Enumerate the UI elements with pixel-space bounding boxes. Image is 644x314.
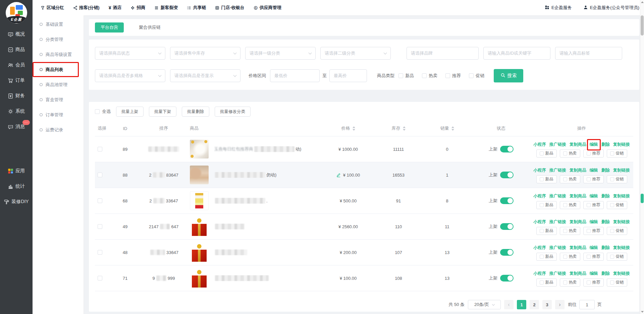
scrollbar[interactable] [640,0,644,314]
topnav-item-store-cashier[interactable]: 门店-收银台 [215,5,244,11]
scroll-down-icon[interactable] [641,311,644,313]
submenu-item[interactable]: 分类管理 [33,32,84,47]
sort-caret[interactable] [403,126,406,131]
action-copy-link[interactable]: 复制链接 [613,245,630,251]
product-type-checkbox[interactable]: 新品 [398,73,414,79]
action-edit[interactable]: 编辑 [590,142,598,147]
action-miniprogram[interactable]: 小程序 [533,245,546,251]
action-copy-product[interactable]: 复制商品 [570,142,586,147]
action-delete[interactable]: 删除 [601,219,610,225]
sidebar-item-diy[interactable]: 装修DIY [0,194,33,209]
tag-checkbox-new[interactable]: 新品 [536,227,557,235]
id-keyword-input[interactable]: 请输入商品ID或关键字 [483,47,550,60]
sidebar-item-overview[interactable]: 概况 [0,26,33,42]
batch-button[interactable]: 批量修改分类 [215,107,251,117]
action-edit[interactable]: 编辑 [590,219,598,225]
price-edit-icon[interactable] [336,173,341,177]
sidebar-item-stats[interactable]: 统计 [0,179,33,194]
action-miniprogram[interactable]: 小程序 [533,142,546,147]
action-miniprogram[interactable]: 小程序 [533,271,546,276]
submenu-item[interactable]: 商品池管理 [33,77,84,92]
tab[interactable]: 平台自营 [95,22,124,33]
tag-checkbox-hot[interactable]: 热卖 [560,175,580,183]
tag-checkbox-new[interactable]: 新品 [536,201,557,209]
action-copy-product[interactable]: 复制商品 [570,168,586,173]
tag-checkbox-promo[interactable]: 促销 [607,253,627,261]
topnav-item-hotel[interactable]: ¥ 酒店 [109,5,122,11]
topnav-item-region-bonus[interactable]: 区域分红 [41,5,64,11]
tab[interactable]: 聚合供应链 [133,22,166,33]
action-miniprogram[interactable]: 小程序 [533,193,546,199]
tag-checkbox-hot[interactable]: 热卖 [560,227,580,235]
status-toggle[interactable] [500,197,514,204]
action-promo-link[interactable]: 推广链接 [549,219,566,225]
sidebar-item-finance[interactable]: 财务 [0,88,33,104]
row-checkbox[interactable] [98,250,102,255]
action-miniprogram[interactable]: 小程序 [533,219,546,225]
action-copy-link[interactable]: 复制链接 [613,168,630,173]
batch-button[interactable]: 批量上架 [116,107,144,117]
submenu-item[interactable]: 订单管理 [33,107,84,122]
topnav-item-distribution[interactable]: 推客(分销) [73,5,100,11]
status-toggle[interactable] [500,249,514,256]
action-edit[interactable]: 编辑 [590,245,598,251]
tag-checkbox-hot[interactable]: 热卖 [560,201,580,209]
tag-checkbox-promo[interactable]: 促销 [607,201,627,209]
submenu-item[interactable]: 基础设置 [33,17,84,32]
topnav-item-recruit[interactable]: 招商 [130,5,145,11]
tag-checkbox-promo[interactable]: 促销 [607,227,627,235]
action-copy-product[interactable]: 复制商品 [570,219,586,225]
product-type-checkbox[interactable]: 推荐 [445,73,461,79]
action-copy-link[interactable]: 复制链接 [613,193,630,199]
tag-checkbox-recommend[interactable]: 推荐 [583,253,604,261]
action-copy-product[interactable]: 复制商品 [570,193,586,199]
row-checkbox[interactable] [98,276,102,280]
max-price-input[interactable]: 最高价 [329,69,367,82]
action-edit[interactable]: 编辑 [590,271,598,276]
action-copy-product[interactable]: 复制商品 [570,245,586,251]
scrollbar-thumb[interactable] [641,15,644,36]
product-type-checkbox[interactable]: 热卖 [422,73,437,79]
tag-checkbox-recommend[interactable]: 推荐 [583,227,604,235]
per-page-select[interactable]: 20条/页 [468,300,501,309]
status-toggle[interactable] [500,172,514,178]
action-delete[interactable]: 删除 [601,142,610,147]
tag-checkbox-hot[interactable]: 热卖 [560,149,580,158]
sidebar-item-members[interactable]: 会员 [0,57,33,73]
batch-button[interactable]: 批量删除 [182,107,209,117]
tag-checkbox-promo[interactable]: 促销 [607,175,627,183]
tag-checkbox-hot[interactable]: 热卖 [560,278,580,287]
tag-checkbox-recommend[interactable]: 推荐 [583,278,604,287]
action-delete[interactable]: 删除 [601,193,610,199]
action-delete[interactable]: 删除 [601,271,610,276]
sidebar-item-system[interactable]: 系统 [0,104,33,119]
page-button[interactable]: 3 [542,300,552,309]
action-copy-product[interactable]: 复制商品 [570,271,586,276]
tag-checkbox-recommend[interactable]: 推荐 [583,201,604,209]
submenu-item[interactable]: 盲盒管理 [33,92,84,107]
min-price-input[interactable]: 最低价 [270,69,320,82]
batch-button[interactable]: 批量下架 [149,107,176,117]
action-copy-link[interactable]: 复制链接 [613,271,630,276]
account-menu[interactable]: E企盈服务(公众号管理员) [583,5,639,11]
page-button[interactable]: 2 [530,300,539,309]
filter-select[interactable]: 请选择售中库存 [170,47,240,60]
row-checkbox[interactable] [98,224,102,229]
action-delete[interactable]: 删除 [601,168,610,173]
goto-input[interactable]: 1 [579,300,595,309]
filter-select[interactable]: 请选择商品状态 [95,47,165,60]
sidebar-item-orders[interactable]: 订单 [0,73,33,88]
search-button[interactable]: 搜索 [494,69,523,82]
tag-checkbox-new[interactable]: 新品 [536,149,557,158]
submenu-item[interactable]: 商品列表 [33,62,84,77]
filter-select[interactable]: 请选择商品是否显示 [170,69,240,82]
sort-caret[interactable] [451,126,454,131]
service-entry[interactable]: E企盈服务 [545,5,572,11]
action-delete[interactable]: 删除 [601,245,610,251]
action-promo-link[interactable]: 推广链接 [549,271,566,276]
sidebar-item-goods[interactable]: 商品 [0,42,33,57]
tag-checkbox-promo[interactable]: 促销 [607,278,627,287]
action-edit[interactable]: 编辑 [590,193,598,199]
scroll-up-icon[interactable] [641,1,644,3]
row-checkbox[interactable] [98,173,102,177]
